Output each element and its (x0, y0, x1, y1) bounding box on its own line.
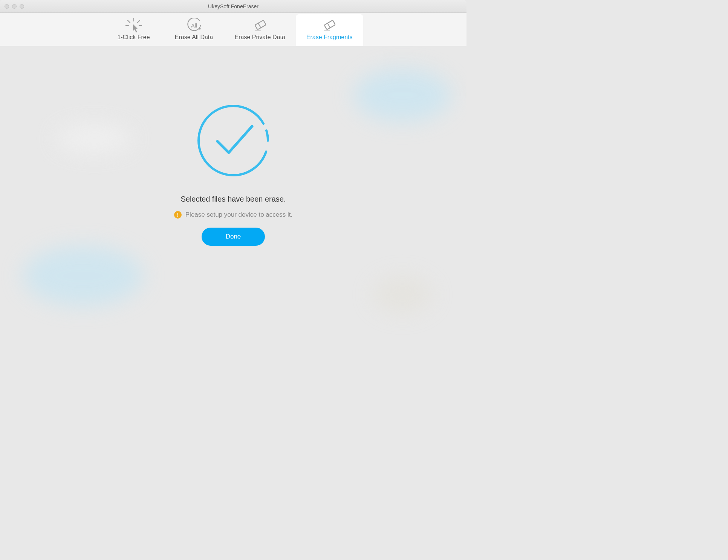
result-headline: Selected files have been erase. (180, 195, 286, 203)
svg-point-5 (199, 28, 200, 30)
svg-line-2 (138, 20, 140, 23)
traffic-lights (5, 4, 24, 9)
main-tabs: 1-Click Free All Erase All Data (0, 13, 466, 46)
maximize-button[interactable] (20, 4, 24, 9)
svg-rect-10 (324, 20, 336, 30)
erase-all-icon: All (186, 18, 202, 33)
tab-erase-fragments[interactable]: Erase Fragments (296, 14, 363, 46)
svg-rect-7 (255, 20, 266, 30)
tab-one-click-free[interactable]: 1-Click Free (104, 14, 164, 46)
decorative-cloud (23, 246, 143, 306)
svg-line-1 (128, 20, 130, 23)
decorative-cloud (372, 276, 433, 314)
warning-icon: ! (174, 211, 182, 219)
window-title: UkeySoft FoneEraser (0, 3, 466, 9)
content-area: Selected files have been erase. ! Please… (0, 46, 466, 359)
svg-line-8 (258, 23, 261, 28)
titlebar: UkeySoft FoneEraser (0, 0, 466, 13)
svg-point-13 (199, 106, 268, 175)
app-window: UkeySoft FoneEraser 1-Click Free (0, 0, 466, 359)
result-subline: ! Please setup your device to access it. (174, 211, 292, 219)
decorative-cloud (57, 125, 132, 152)
tab-label: Erase Fragments (306, 34, 353, 41)
svg-line-11 (327, 23, 330, 28)
tab-erase-private-data[interactable]: Erase Private Data (224, 14, 296, 46)
tab-label: Erase All Data (175, 34, 213, 41)
svg-text:All: All (191, 22, 197, 29)
result-subline-text: Please setup your device to access it. (185, 211, 292, 219)
eraser-icon (252, 18, 268, 33)
tab-label: 1-Click Free (117, 34, 150, 41)
success-check-icon (196, 103, 271, 180)
tab-erase-all-data[interactable]: All Erase All Data (164, 14, 224, 46)
decorative-cloud (353, 69, 451, 122)
eraser-icon (321, 18, 337, 33)
tab-label: Erase Private Data (235, 34, 285, 41)
close-button[interactable] (5, 4, 9, 9)
minimize-button[interactable] (12, 4, 17, 9)
done-button[interactable]: Done (202, 228, 265, 246)
one-click-free-icon (125, 18, 142, 33)
